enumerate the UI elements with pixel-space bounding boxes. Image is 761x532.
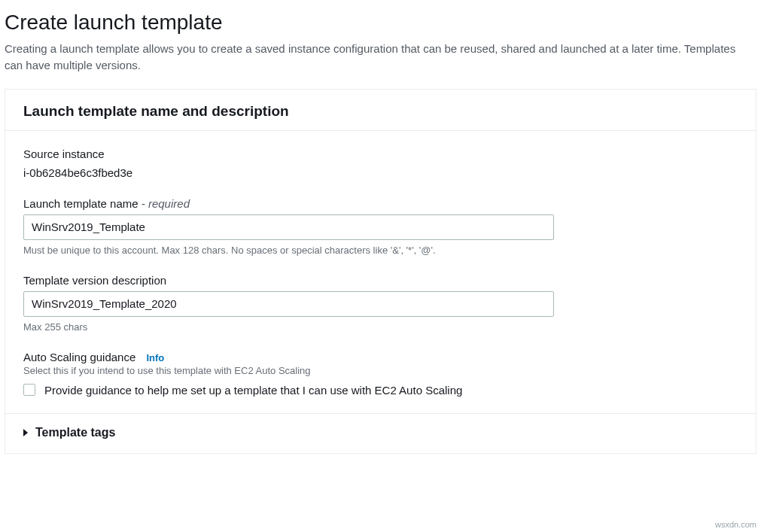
auto-scaling-checkbox-label: Provide guidance to help me set up a tem… bbox=[44, 384, 462, 397]
template-name-label-text: Launch template name bbox=[23, 197, 139, 210]
auto-scaling-sub: Select this if you intend to use this te… bbox=[23, 365, 738, 376]
panel-title: Launch template name and description bbox=[23, 103, 738, 120]
panel-header: Launch template name and description bbox=[5, 90, 756, 131]
template-name-block: Launch template name - required Must be … bbox=[23, 197, 738, 256]
auto-scaling-checkbox-row: Provide guidance to help me set up a tem… bbox=[23, 384, 738, 397]
page-title: Create launch template bbox=[5, 11, 756, 35]
template-tags-toggle[interactable]: Template tags bbox=[5, 413, 756, 453]
template-desc-block: Template version description Max 255 cha… bbox=[23, 274, 738, 333]
auto-scaling-label-text: Auto Scaling guidance bbox=[23, 351, 135, 363]
template-name-input[interactable] bbox=[23, 214, 554, 240]
page-description: Creating a launch template allows you to… bbox=[5, 41, 756, 74]
template-tags-title: Template tags bbox=[35, 426, 115, 439]
template-desc-label: Template version description bbox=[23, 274, 738, 287]
auto-scaling-checkbox[interactable] bbox=[23, 384, 35, 396]
template-name-label: Launch template name - required bbox=[23, 197, 738, 210]
template-desc-input[interactable] bbox=[23, 291, 554, 317]
source-instance-label: Source instance bbox=[23, 147, 738, 160]
source-instance-block: Source instance i-0b6284be6c3fbed3e bbox=[23, 147, 738, 179]
auto-scaling-block: Auto Scaling guidance Info Select this i… bbox=[23, 351, 738, 397]
template-desc-hint: Max 255 chars bbox=[23, 321, 738, 333]
caret-right-icon bbox=[23, 429, 28, 436]
source-instance-value: i-0b6284be6c3fbed3e bbox=[23, 166, 738, 179]
launch-template-panel: Launch template name and description Sou… bbox=[5, 89, 756, 454]
auto-scaling-info-link[interactable]: Info bbox=[146, 352, 164, 363]
template-name-hint: Must be unique to this account. Max 128 … bbox=[23, 245, 738, 256]
template-name-required: - required bbox=[139, 197, 190, 210]
auto-scaling-label: Auto Scaling guidance Info bbox=[23, 351, 164, 363]
